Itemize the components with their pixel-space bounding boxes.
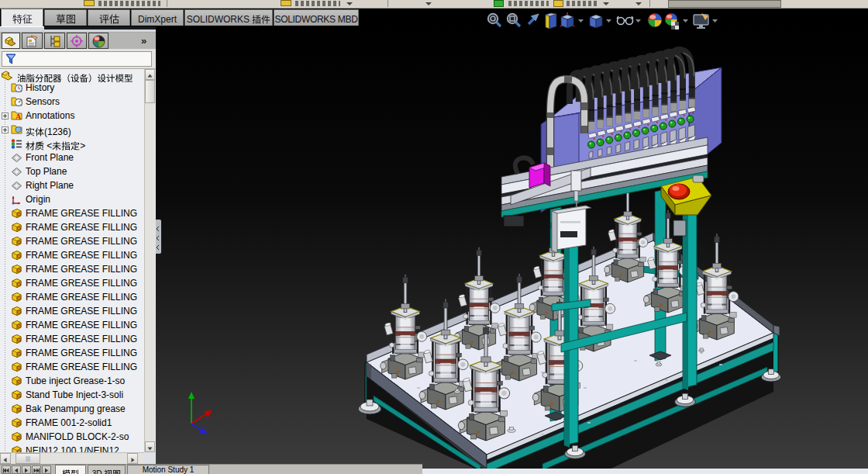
svg-text:A: A [16, 112, 22, 121]
